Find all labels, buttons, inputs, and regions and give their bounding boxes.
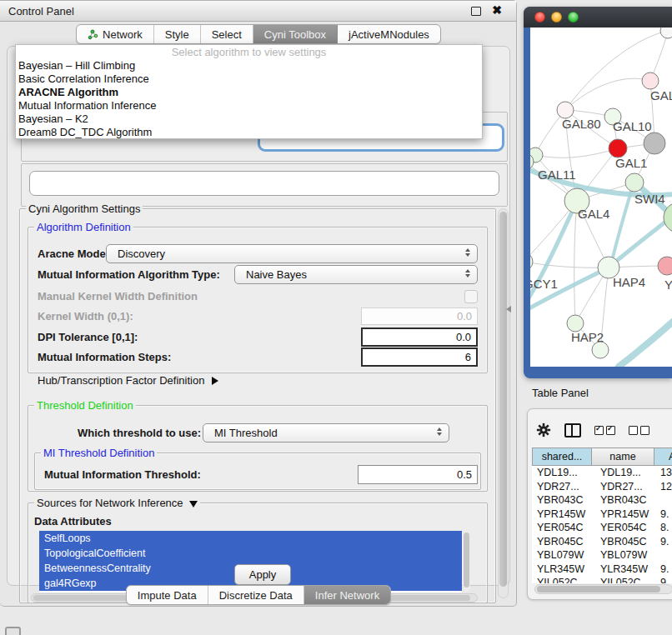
mac-zoom-icon[interactable]: [568, 12, 579, 22]
aracne-mode-select[interactable]: Discovery: [106, 244, 478, 263]
control-panel-tabbar: NetworkStyleSelectCyni ToolboxjActiveMNo…: [0, 24, 517, 44]
mac-minimize-icon[interactable]: [551, 12, 562, 22]
tab-network[interactable]: Network: [77, 25, 154, 43]
settings-vertical-scrollbar[interactable]: [498, 208, 509, 598]
table-row[interactable]: YPR145WYPR145W9.: [532, 508, 672, 522]
mi-steps-input[interactable]: 6: [361, 348, 478, 367]
network-node-swi4[interactable]: [625, 173, 644, 192]
dropdown-placeholder: Select algorithm to view settings: [16, 45, 482, 59]
sources-group-title[interactable]: Sources for Network Inference: [34, 497, 200, 509]
column-header-a[interactable]: A: [654, 448, 672, 466]
network-view-window: GALGAL80GAL10GAL1GAL11SWI4GAL4GCY1HAP4YH…: [524, 7, 672, 378]
cyni-settings-group-title: Cyni Algorithm Settings: [26, 202, 143, 215]
table-row[interactable]: YBL079WYBL079W: [532, 548, 672, 562]
table-cell: YBR045C: [532, 535, 592, 549]
mi-type-select[interactable]: Naive Bayes: [234, 265, 478, 284]
mi-steps-label: Mutual Information Steps:: [38, 351, 171, 363]
mac-close-icon[interactable]: [534, 12, 545, 22]
combo-stepper-icon: [437, 428, 442, 436]
apply-button[interactable]: Apply: [234, 564, 291, 585]
dpi-tolerance-input[interactable]: 0.0: [361, 328, 478, 347]
algorithm-option-bayesian-k2[interactable]: Bayesian – K2: [16, 112, 482, 126]
tab-cyni-toolbox[interactable]: Cyni Toolbox: [253, 25, 338, 43]
deselect-all-checkboxes-icon[interactable]: [629, 426, 649, 435]
table-toolbar: [536, 421, 672, 439]
data-field-fragment[interactable]: [29, 171, 499, 196]
bottom-tab-infer-network[interactable]: Infer Network: [304, 586, 390, 604]
expander-expanded-icon[interactable]: [189, 501, 198, 508]
hub-definition-expander[interactable]: Hub/Transcription Factor Definition: [38, 374, 218, 387]
tab-jactivemnodules[interactable]: jActiveMNodules: [338, 25, 440, 43]
bottom-tab-impute-data[interactable]: Impute Data: [127, 586, 208, 604]
attributes-scrollbar[interactable]: [463, 532, 470, 592]
gear-icon[interactable]: [536, 422, 551, 438]
network-node[interactable]: [660, 28, 672, 38]
sources-title-text: Sources for Network Inference: [37, 497, 183, 509]
aracne-mode-label: Aracne Mode:: [38, 248, 109, 260]
scrollbar-thumb[interactable]: [499, 212, 507, 587]
table-cell: YER054C: [532, 521, 592, 535]
minimized-panel-icon[interactable]: [5, 627, 21, 635]
tab-select[interactable]: Select: [201, 25, 253, 43]
scrollbar-thumb[interactable]: [464, 532, 469, 588]
expander-collapsed-icon[interactable]: [212, 377, 218, 385]
float-window-icon[interactable]: [471, 7, 481, 16]
attribute-item-topologicalcoefficient[interactable]: TopologicalCoefficient: [39, 546, 462, 561]
data-attributes-label: Data Attributes: [34, 515, 112, 528]
table-cell: YDR27...: [532, 480, 592, 494]
table-cell: 8.: [654, 521, 672, 535]
tab-label: Impute Data: [138, 589, 197, 602]
table-cell: 9: [654, 576, 672, 583]
attribute-item-selfloops[interactable]: SelfLoops: [39, 531, 462, 546]
column-header-name[interactable]: name: [592, 448, 654, 466]
column-header-shared[interactable]: shared...: [532, 448, 592, 466]
network-tab-icon: [88, 29, 98, 40]
mi-type-label: Mutual Information Algorithm Type:: [38, 268, 220, 281]
table-row[interactable]: YIL052CYIL052C9: [532, 576, 672, 583]
network-node-gal1[interactable]: [609, 139, 627, 158]
table-horizontal-scrollbar[interactable]: [534, 584, 672, 594]
tab-style[interactable]: Style: [154, 25, 201, 43]
desktop: Control Panel ✖ NetworkStyleSelectCyni T…: [0, 0, 672, 635]
algorithm-option-mutual-information-inference[interactable]: Mutual Information Inference: [16, 99, 482, 112]
select-all-checkboxes-icon[interactable]: [594, 426, 615, 435]
network-node-gal80[interactable]: [557, 102, 574, 118]
network-node[interactable]: [644, 132, 665, 154]
split-pane-handle[interactable]: [506, 306, 511, 312]
network-node[interactable]: [592, 342, 609, 358]
bottom-tab-discretize-data[interactable]: Discretize Data: [208, 586, 304, 604]
network-node-gcy1[interactable]: [530, 252, 533, 271]
mi-threshold-input[interactable]: 0.5: [358, 465, 478, 484]
column-visibility-icon[interactable]: [564, 423, 581, 438]
table-row[interactable]: YLR345WYLR345W9.: [532, 562, 672, 577]
table-row[interactable]: YER054CYER054C8.: [532, 521, 672, 535]
manual-kernel-checkbox[interactable]: [464, 290, 478, 303]
tab-label: Network: [103, 28, 143, 41]
algorithm-option-basic-correlation-inference[interactable]: Basic Correlation Inference: [16, 72, 482, 86]
kernel-width-input[interactable]: 0.0: [361, 308, 478, 325]
control-panel-window: Control Panel ✖ NetworkStyleSelectCyni T…: [0, 0, 517, 607]
control-panel-titlebar: Control Panel ✖: [0, 1, 516, 22]
network-node-y[interactable]: [658, 257, 672, 275]
network-node-gal[interactable]: [642, 72, 659, 89]
network-node-hap2[interactable]: [567, 315, 584, 332]
table-cell: YIL052C: [592, 576, 654, 583]
table-cell: 9.: [654, 562, 672, 577]
table-row[interactable]: YDL19...YDL19...13: [532, 466, 672, 480]
algorithm-option-aracne-algorithm[interactable]: ARACNE Algorithm: [16, 86, 482, 99]
table-row[interactable]: YBR043CYBR043C: [532, 493, 672, 508]
close-icon[interactable]: ✖: [492, 3, 502, 17]
table-row[interactable]: YBR045CYBR045C9.: [532, 535, 672, 549]
algorithm-option-bayesian-hill-climbing[interactable]: Bayesian – Hill Climbing: [16, 59, 482, 72]
which-threshold-label: Which threshold to use:: [78, 427, 201, 439]
scrollbar-thumb[interactable]: [537, 586, 660, 592]
table-cell: 9.: [654, 535, 672, 549]
which-threshold-select[interactable]: MI Threshold: [203, 423, 449, 442]
table-row[interactable]: YDR27...YDR27...12: [532, 480, 672, 494]
network-canvas[interactable]: GALGAL80GAL10GAL1GAL11SWI4GAL4GCY1HAP4YH…: [530, 28, 672, 367]
tab-label: Cyni Toolbox: [264, 28, 326, 41]
tab-label: jActiveMNodules: [349, 28, 429, 41]
algorithm-option-dream8-dc-tdc-algorithm[interactable]: Dream8 DC_TDC Algorithm: [16, 126, 482, 139]
network-window-titlebar[interactable]: [524, 7, 672, 28]
tab-label: Discretize Data: [219, 589, 293, 602]
